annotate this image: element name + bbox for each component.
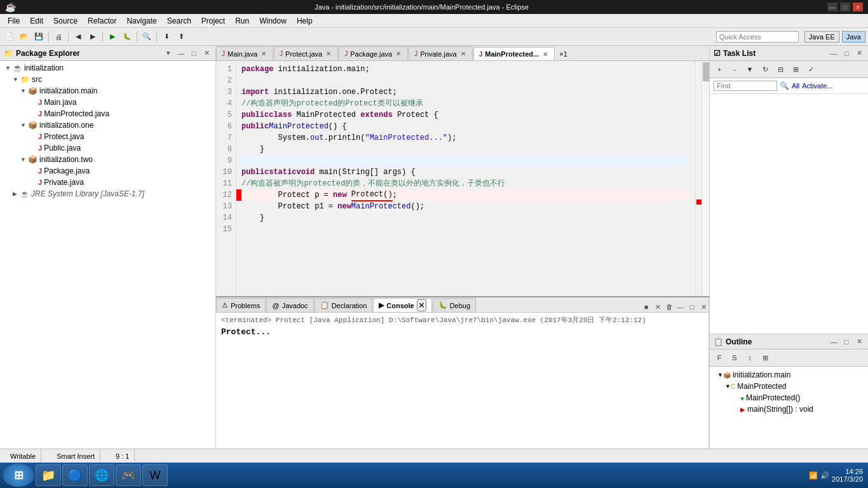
taskbar-word[interactable]: W — [142, 464, 168, 486]
tree-protect-java[interactable]: J Protect.java — [0, 131, 215, 142]
tab-console[interactable]: ▶ Console ✕ — [373, 298, 431, 312]
bottom-maximize[interactable]: □ — [687, 302, 697, 312]
taskbar-explorer[interactable]: 📁 — [36, 464, 61, 486]
tl-new[interactable]: + — [712, 62, 726, 76]
tab-protect-java[interactable]: J Protect.java ✕ — [274, 46, 338, 60]
tab-declaration[interactable]: 📋 Declaration — [315, 298, 373, 312]
tb-print[interactable]: 🖨 — [51, 30, 65, 44]
tl-expand[interactable]: ⊞ — [789, 62, 803, 76]
tasklist-minimize[interactable]: — — [829, 48, 839, 58]
outline-class[interactable]: ▼ C MainProtected — [712, 381, 865, 392]
activate-label[interactable]: Activate... — [802, 82, 832, 90]
outline-maximize[interactable]: □ — [841, 337, 851, 347]
quick-access-input[interactable] — [716, 31, 799, 43]
tab-debug[interactable]: 🐛 Debug — [433, 298, 476, 312]
bottom-minimize[interactable]: — — [675, 302, 686, 312]
pe-maximize[interactable]: □ — [189, 48, 199, 58]
close-tab-protect[interactable]: ✕ — [325, 50, 332, 58]
tasklist-close[interactable]: ✕ — [854, 48, 864, 58]
perspective-java[interactable]: Java — [842, 31, 865, 43]
tb-forward[interactable]: ▶ — [86, 30, 100, 44]
tasklist-maximize[interactable]: □ — [841, 48, 851, 58]
taskbar-browser[interactable]: 🔵 — [62, 464, 88, 486]
tree-public-java[interactable]: J Public.java — [0, 142, 215, 154]
taskbar-chrome[interactable]: 🌐 — [89, 464, 114, 486]
tl-collapse[interactable]: ⊟ — [773, 62, 787, 76]
tree-init-two[interactable]: ▼ 📦 initialization.two — [0, 154, 215, 165]
tasklist-find-input[interactable] — [714, 81, 777, 91]
tb-debug[interactable]: 🐛 — [120, 30, 134, 44]
tree-init-main[interactable]: ▼ 📦 initialization.main — [0, 85, 215, 97]
editor-scrollbar[interactable] — [702, 61, 709, 296]
outline-constructor[interactable]: ● MainProtected() — [712, 392, 865, 403]
tl-mark[interactable]: ✓ — [804, 62, 818, 76]
minimize-button[interactable]: — — [827, 3, 837, 11]
outline-hide-fields[interactable]: F — [712, 351, 726, 365]
tb-prev-annotation[interactable]: ⬆ — [174, 30, 188, 44]
menu-edit[interactable]: Edit — [25, 14, 48, 27]
menu-source[interactable]: Source — [48, 14, 83, 27]
close-tab-package[interactable]: ✕ — [395, 50, 402, 58]
outline-hide-static[interactable]: S — [728, 351, 742, 365]
bottom-close[interactable]: ✕ — [698, 302, 709, 312]
scroll-thumb[interactable] — [703, 62, 709, 81]
tab-javadoc[interactable]: @ Javadoc — [266, 298, 313, 312]
tree-mainprotected-java[interactable]: J MainProtected.java — [0, 108, 215, 119]
outline-expand[interactable]: ⊞ — [758, 351, 772, 365]
tl-delete[interactable]: - — [728, 62, 742, 76]
close-tab-mainprotected[interactable]: ✕ — [541, 50, 549, 58]
close-button[interactable]: ✕ — [853, 3, 863, 11]
close-tab-console[interactable]: ✕ — [417, 299, 426, 311]
outline-close[interactable]: ✕ — [854, 337, 864, 347]
all-label[interactable]: All — [792, 82, 799, 90]
tree-init-one[interactable]: ▼ 📦 initialization.one — [0, 119, 215, 131]
tl-filter[interactable]: ▼ — [743, 62, 757, 76]
tree-package-java[interactable]: J Package.java — [0, 165, 215, 177]
perspective-java-ee[interactable]: Java EE — [804, 31, 839, 43]
menu-navigate[interactable]: Navigate — [121, 14, 161, 27]
tb-next-annotation[interactable]: ⬇ — [159, 30, 173, 44]
tab-mainprotected[interactable]: J MainProtected... ✕ — [473, 47, 555, 61]
maximize-button[interactable]: □ — [840, 3, 850, 11]
tl-refresh[interactable]: ↻ — [758, 62, 772, 76]
console-terminate[interactable]: ■ — [641, 302, 651, 312]
code-line-5: public class MainProtected extends Prote… — [241, 109, 690, 121]
tb-run[interactable]: ▶ — [105, 30, 119, 44]
menu-run[interactable]: Run — [230, 14, 254, 27]
console-clear[interactable]: 🗑 — [664, 302, 674, 312]
menu-search[interactable]: Search — [162, 14, 196, 27]
menu-help[interactable]: Help — [292, 14, 318, 27]
tab-overflow[interactable]: ×1 — [555, 48, 571, 60]
menu-window[interactable]: Window — [254, 14, 292, 27]
pe-minimize[interactable]: — — [176, 48, 186, 58]
start-button[interactable]: ⊞ — [3, 464, 34, 487]
menu-project[interactable]: Project — [196, 14, 230, 27]
tab-private-java[interactable]: J Private.java ✕ — [409, 46, 472, 60]
tree-main-java[interactable]: J Main.java — [0, 97, 215, 108]
menu-file[interactable]: File — [3, 14, 25, 27]
tb-search[interactable]: 🔍 — [140, 30, 154, 44]
tree-src[interactable]: ▼ 📁 src — [0, 74, 215, 85]
tree-initialization[interactable]: ▼ ☕ initialization — [0, 62, 215, 74]
tree-private-java[interactable]: J Private.java — [0, 177, 215, 188]
tab-main-java[interactable]: J Main.java ✕ — [216, 46, 273, 60]
tb-save[interactable]: 💾 — [32, 30, 46, 44]
tree-jre[interactable]: ▶ ☕ JRE System Library [JavaSE-1.7] — [0, 188, 215, 200]
console-remove[interactable]: ✕ — [653, 302, 663, 312]
outline-minimize[interactable]: — — [829, 337, 839, 347]
outline-method-main[interactable]: ▶ main(String[]) : void — [712, 403, 865, 415]
tab-package-java[interactable]: J Package.java ✕ — [339, 46, 408, 60]
tb-open[interactable]: 📂 — [17, 30, 31, 44]
close-tab-private[interactable]: ✕ — [459, 50, 467, 58]
tb-back[interactable]: ◀ — [71, 30, 85, 44]
tb-new[interactable]: 📄 — [3, 30, 17, 44]
menu-refactor[interactable]: Refactor — [83, 14, 121, 27]
outline-package[interactable]: ▼ 📦 initialization.main — [712, 369, 865, 381]
pe-close[interactable]: ✕ — [201, 48, 212, 58]
taskbar-game[interactable]: 🎮 — [116, 464, 141, 486]
tab-problems[interactable]: ⚠ Problems — [216, 298, 266, 312]
code-editor[interactable]: package initialization.main; import init… — [236, 61, 695, 296]
outline-sort[interactable]: ↕ — [743, 351, 757, 365]
pe-collapse[interactable]: ▾ — [163, 48, 173, 58]
close-tab-main[interactable]: ✕ — [260, 50, 268, 58]
